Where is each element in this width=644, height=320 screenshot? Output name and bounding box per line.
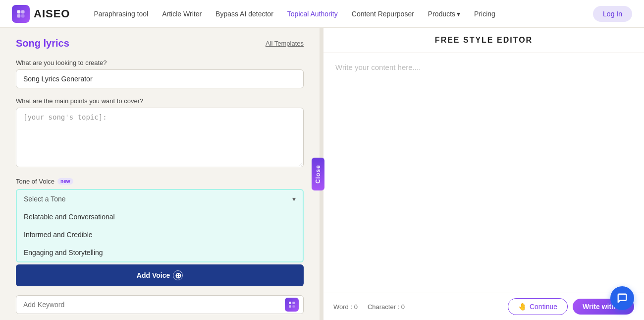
char-count: Character : 0 — [368, 303, 405, 311]
right-panel: FREE STYLE EDITOR Write your content her… — [323, 28, 644, 320]
panel-divider: Close — [320, 28, 323, 320]
left-panel: Song lyrics All Templates What are you l… — [0, 28, 320, 320]
tone-placeholder: Select a Tone — [24, 195, 66, 203]
tone-new-badge: new — [57, 178, 73, 185]
add-voice-button[interactable]: Add Voice ⊕ — [16, 264, 304, 286]
panel-header: Song lyrics All Templates — [16, 38, 304, 49]
nav-actions: Log In — [593, 6, 632, 22]
nav-topical-authority[interactable]: Topical Authority — [287, 10, 338, 18]
all-templates-link[interactable]: All Templates — [266, 40, 304, 47]
add-voice-label: Add Voice — [137, 271, 170, 279]
field1-label: What are you looking to create? — [16, 59, 304, 66]
svg-rect-2 — [17, 14, 21, 17]
tone-label: Tone of Voice new — [16, 178, 304, 185]
navbar: AISEO Paraphrasing tool Article Writer B… — [0, 0, 644, 28]
continue-button[interactable]: 🤚 Continue — [508, 298, 568, 315]
field1-input[interactable] — [16, 69, 304, 88]
chat-support-button[interactable] — [610, 286, 634, 310]
tone-option-2[interactable]: Engaging and Storytelling — [17, 244, 303, 261]
svg-rect-3 — [21, 14, 25, 17]
svg-rect-4 — [289, 302, 291, 304]
keyword-input[interactable] — [16, 295, 304, 314]
nav-article-writer[interactable]: Article Writer — [162, 10, 202, 18]
word-count: Word : 0 — [333, 303, 358, 311]
field1-group: What are you looking to create? — [16, 59, 304, 88]
tone-dropdown-container: Select a Tone Relatable and Conversation… — [16, 189, 304, 262]
nav-links: Paraphrasing tool Article Writer Bypass … — [94, 10, 593, 18]
main-layout: Song lyrics All Templates What are you l… — [0, 28, 644, 320]
nav-content-repurposer[interactable]: Content Repurposer — [352, 10, 414, 18]
editor-footer: Word : 0 Character : 0 🤚 Continue Write … — [323, 293, 644, 320]
login-button[interactable]: Log In — [593, 6, 632, 22]
logo-icon — [12, 5, 30, 23]
nav-bypass-ai[interactable]: Bypass AI detector — [215, 10, 273, 18]
chevron-down-icon — [292, 195, 296, 203]
nav-pricing[interactable]: Pricing — [474, 10, 495, 18]
nav-paraphrasing[interactable]: Paraphrasing tool — [94, 10, 148, 18]
close-tab[interactable]: Close — [312, 158, 324, 191]
tone-option-1[interactable]: Informed and Credible — [17, 226, 303, 244]
field2-group: What are the main points you want to cov… — [16, 97, 304, 169]
tone-dropdown-trigger[interactable]: Select a Tone — [16, 189, 304, 208]
editor-stats: Word : 0 Character : 0 — [333, 303, 405, 311]
field2-textarea[interactable]: [your song's topic]: — [16, 108, 304, 167]
products-chevron-icon: ▾ — [457, 10, 460, 18]
tone-dropdown-options: Relatable and Conversational Informed an… — [16, 208, 304, 262]
svg-rect-1 — [21, 10, 25, 13]
logo[interactable]: AISEO — [12, 5, 70, 23]
nav-products[interactable]: Products ▾ — [428, 10, 460, 18]
svg-rect-6 — [289, 305, 291, 308]
svg-rect-7 — [292, 305, 295, 308]
tone-group: Tone of Voice new Select a Tone Relatabl… — [16, 178, 304, 286]
editor-title: FREE STYLE EDITOR — [323, 28, 644, 53]
keyword-container — [16, 295, 304, 314]
svg-rect-0 — [17, 10, 21, 13]
continue-icon: 🤚 — [518, 303, 527, 311]
svg-rect-5 — [292, 302, 295, 304]
add-voice-plus-icon: ⊕ — [173, 270, 183, 280]
editor-content[interactable]: Write your content here.... — [323, 53, 644, 293]
logo-text: AISEO — [34, 7, 70, 20]
aiseo-keyword-icon — [285, 298, 299, 312]
field2-label: What are the main points you want to cov… — [16, 97, 304, 105]
panel-title: Song lyrics — [16, 38, 69, 49]
tone-option-0[interactable]: Relatable and Conversational — [17, 208, 303, 226]
editor-placeholder: Write your content here.... — [335, 63, 421, 71]
